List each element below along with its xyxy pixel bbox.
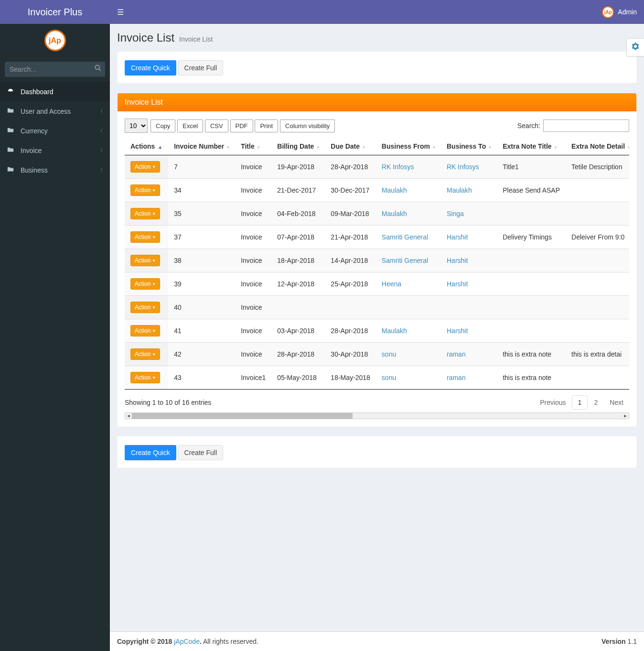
copy-button[interactable]: Copy <box>150 119 175 132</box>
pager-page-2[interactable]: 2 <box>588 395 604 410</box>
pager-page-1[interactable]: 1 <box>572 395 588 410</box>
action-dropdown-button[interactable]: Action ▼ <box>130 255 160 266</box>
sidebar-avatar[interactable]: jAp <box>44 30 66 51</box>
business-to-link[interactable]: Singa <box>447 210 464 217</box>
cell-title: Invoice <box>235 179 271 202</box>
datatable-search-input[interactable] <box>543 119 629 132</box>
business-to-link[interactable]: RK Infosys <box>447 163 479 171</box>
scroll-track[interactable] <box>132 413 622 419</box>
column-header-business-from[interactable]: Business From ♦ <box>376 138 441 155</box>
business-from-link[interactable]: sonu <box>382 350 396 358</box>
column-header-billing-date[interactable]: Billing Date ♦ <box>271 138 325 155</box>
table-row: Action ▼39Invoice12-Apr-201825-Apr-2018H… <box>125 272 629 296</box>
gear-icon[interactable] <box>626 38 644 56</box>
chevron-left-icon: 〈 <box>98 147 103 154</box>
horizontal-scrollbar[interactable]: ◄ ► <box>125 412 629 419</box>
search-input[interactable] <box>5 62 105 77</box>
business-to-link[interactable]: raman <box>447 374 466 381</box>
action-dropdown-button[interactable]: Action ▼ <box>130 208 160 219</box>
business-from-link[interactable]: sonu <box>382 374 396 381</box>
cell-extra-note-title <box>497 202 566 226</box>
sidebar-item-label: Currency <box>21 127 48 135</box>
column-header-business-to[interactable]: Business To ♦ <box>441 138 497 155</box>
business-to-link[interactable]: Harshit <box>447 233 468 241</box>
brand-logo[interactable]: Invoicer Plus <box>0 0 110 24</box>
sidebar-item-label: User and Access <box>21 108 71 115</box>
pager-prev[interactable]: Previous <box>534 396 571 409</box>
action-dropdown-button[interactable]: Action ▼ <box>130 278 160 290</box>
action-dropdown-button[interactable]: Action ▼ <box>130 231 160 243</box>
business-from-link[interactable]: RK Infosys <box>382 163 414 171</box>
business-from-link[interactable]: Samriti General <box>382 257 428 264</box>
user-area[interactable]: jAp Admin <box>602 6 637 18</box>
business-from-link[interactable]: Samriti General <box>382 233 428 241</box>
column-visibility-button[interactable]: Column visibility <box>280 119 335 132</box>
action-dropdown-button[interactable]: Action ▼ <box>130 184 160 196</box>
scroll-left-icon[interactable]: ◄ <box>125 413 132 418</box>
content-header: Invoice List Invoice List <box>110 24 644 44</box>
cell-title: Invoice <box>235 202 271 226</box>
pager-next[interactable]: Next <box>604 396 629 409</box>
business-from-link[interactable]: Maulakh <box>382 210 407 217</box>
scroll-right-icon[interactable]: ► <box>622 413 629 418</box>
cell-title: Invoice <box>235 272 271 296</box>
cell-business-to: Harshit <box>441 226 497 249</box>
scroll-thumb[interactable] <box>132 413 353 419</box>
cell-actions: Action ▼ <box>125 249 168 272</box>
sidebar-item-business[interactable]: Business〈 <box>0 160 110 180</box>
business-to-link[interactable]: raman <box>447 350 466 358</box>
business-to-link[interactable]: Harshit <box>447 327 468 335</box>
menu-toggle-icon[interactable]: ☰ <box>117 8 124 17</box>
column-header-actions[interactable]: Actions ▲ <box>125 138 168 155</box>
business-to-link[interactable]: Maulakh <box>447 186 472 194</box>
search-icon[interactable] <box>95 65 101 73</box>
copyright-link[interactable]: jApCode <box>174 638 200 645</box>
sidebar-item-currency[interactable]: Currency〈 <box>0 121 110 141</box>
business-from-link[interactable]: Heena <box>382 280 401 288</box>
action-dropdown-button[interactable]: Action ▼ <box>130 302 160 313</box>
column-header-extra-note-title[interactable]: Extra Note Title ♦ <box>497 138 566 155</box>
cell-actions: Action ▼ <box>125 272 168 296</box>
cell-business-to: Harshit <box>441 319 497 343</box>
business-from-link[interactable]: Maulakh <box>382 186 407 194</box>
business-to-link[interactable]: Harshit <box>447 257 468 264</box>
create-quick-button[interactable]: Create Quick <box>125 60 176 76</box>
cell-extra-note-title <box>497 319 566 343</box>
action-dropdown-button[interactable]: Action ▼ <box>130 325 160 336</box>
cell-extra-note-detail <box>566 366 629 390</box>
cell-billing-date: 19-Apr-2018 <box>271 155 325 179</box>
sort-icon: ♦ <box>555 144 557 150</box>
cell-due-date: 14-Apr-2018 <box>325 249 376 272</box>
caret-down-icon: ▼ <box>152 235 156 239</box>
print-button[interactable]: Print <box>255 119 278 132</box>
csv-button[interactable]: CSV <box>205 119 228 132</box>
caret-down-icon: ▼ <box>152 329 156 333</box>
column-header-extra-note-detail[interactable]: Extra Note Detail ♦ <box>566 138 629 155</box>
datatable-controls: 10 Copy Excel CSV PDF Print Column visib… <box>125 119 629 133</box>
excel-button[interactable]: Excel <box>177 119 203 132</box>
business-from-link[interactable]: Maulakh <box>382 327 407 335</box>
page-length-select[interactable]: 10 <box>125 119 148 133</box>
panel-body: 10 Copy Excel CSV PDF Print Column visib… <box>118 111 636 426</box>
create-full-button[interactable]: Create Full <box>178 60 223 76</box>
panel-title: Invoice List <box>125 98 163 106</box>
action-dropdown-button[interactable]: Action ▼ <box>130 161 160 173</box>
column-header-due-date[interactable]: Due Date ♦ <box>325 138 376 155</box>
column-header-title[interactable]: Title ♦ <box>235 138 271 155</box>
cell-extra-note-title <box>497 272 566 296</box>
create-quick-button-bottom[interactable]: Create Quick <box>125 445 176 460</box>
cell-invoice-number: 42 <box>168 343 235 366</box>
sidebar-item-invoice[interactable]: Invoice〈 <box>0 141 110 160</box>
action-dropdown-button[interactable]: Action ▼ <box>130 348 160 360</box>
business-to-link[interactable]: Harshit <box>447 280 468 288</box>
cell-business-from: Maulakh <box>376 202 441 226</box>
pdf-button[interactable]: PDF <box>230 119 253 132</box>
sidebar-item-dashboard[interactable]: Dashboard <box>0 82 110 101</box>
datatable-info: Showing 1 to 10 of 16 entries <box>125 399 211 406</box>
sidebar-item-user-and-access[interactable]: User and Access〈 <box>0 101 110 121</box>
column-header-invoice-number[interactable]: Invoice Number ♦ <box>168 138 235 155</box>
action-dropdown-button[interactable]: Action ▼ <box>130 372 160 383</box>
cell-business-from: Heena <box>376 272 441 296</box>
create-full-button-bottom[interactable]: Create Full <box>178 445 223 460</box>
cell-extra-note-detail <box>566 319 629 343</box>
